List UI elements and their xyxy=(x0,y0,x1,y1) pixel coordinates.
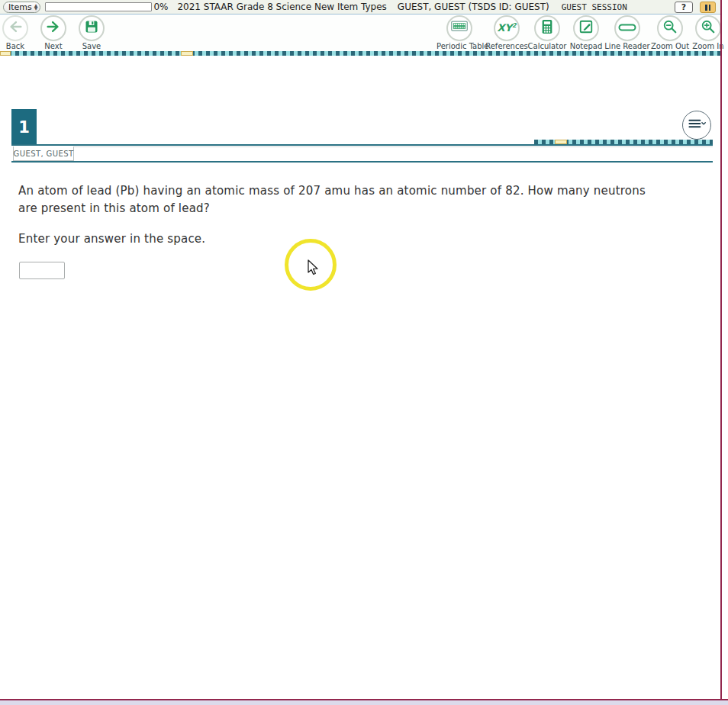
floppy-disk-icon xyxy=(84,19,99,37)
progress-percent: 0% xyxy=(153,2,168,12)
notepad-icon xyxy=(578,19,594,37)
progress-bar xyxy=(45,2,152,11)
zoom-out-icon xyxy=(662,19,678,37)
hamburger-menu-icon xyxy=(687,115,707,135)
references-button[interactable]: XY2 References xyxy=(484,15,530,50)
zoom-in-icon xyxy=(701,19,716,37)
pause-button[interactable] xyxy=(700,2,716,13)
mouse-cursor xyxy=(306,259,320,279)
test-title: 2021 STAAR Grade 8 Science New Item Type… xyxy=(177,2,386,12)
toolbar-dashed-divider xyxy=(0,51,722,56)
tab-row-line xyxy=(74,146,713,147)
student-name-tab: GUEST, GUEST xyxy=(13,146,74,161)
notepad-button[interactable]: Notepad xyxy=(563,15,609,50)
line-reader-icon xyxy=(618,21,636,36)
window-right-border xyxy=(720,0,722,700)
arrow-right-icon xyxy=(45,18,62,38)
periodic-table-button[interactable]: Periodic Table xyxy=(436,15,482,50)
test-delivery-window: Items ▲▼ 0% 2021 STAAR Grade 8 Science N… xyxy=(0,0,728,705)
calculator-icon xyxy=(540,19,554,37)
toolbar: Back Next Save xyxy=(0,15,722,51)
periodic-table-icon xyxy=(450,19,469,37)
session-label: GUEST SESSION xyxy=(562,2,627,12)
answer-instruction: Enter your answer in the space. xyxy=(18,232,476,246)
yellow-dash xyxy=(0,51,11,56)
items-dropdown[interactable]: Items ▲▼ xyxy=(3,2,40,13)
periodic-table-label: Periodic Table xyxy=(436,42,482,50)
items-dropdown-label: Items xyxy=(8,2,32,12)
save-button[interactable]: Save xyxy=(69,15,114,50)
save-label: Save xyxy=(69,42,114,50)
xy-squared-icon: XY2 xyxy=(497,22,516,34)
question-prompt: An atom of lead (Pb) having an atomic ma… xyxy=(18,182,663,217)
question-header-line xyxy=(11,144,713,146)
question-menu-button[interactable] xyxy=(682,111,711,140)
line-reader-button[interactable]: Line Reader xyxy=(604,15,650,50)
top-status-bar: Items ▲▼ 0% 2021 STAAR Grade 8 Science N… xyxy=(0,0,722,14)
arrow-left-icon xyxy=(7,18,24,38)
question-divider-line xyxy=(11,161,713,163)
help-button[interactable]: ? xyxy=(675,2,693,13)
window-bottom-band xyxy=(0,700,728,705)
line-reader-label: Line Reader xyxy=(604,42,650,50)
question-number-badge: 1 xyxy=(11,109,37,145)
user-identity: GUEST, GUEST (TSDS ID: GUEST) xyxy=(398,2,549,12)
answer-input[interactable] xyxy=(19,262,65,279)
pause-icon xyxy=(705,5,707,11)
yellow-dash xyxy=(181,51,193,56)
references-label: References xyxy=(484,42,530,50)
click-highlight-ring xyxy=(285,239,337,291)
updown-arrows-icon: ▲▼ xyxy=(34,4,38,10)
notepad-label: Notepad xyxy=(563,42,609,50)
